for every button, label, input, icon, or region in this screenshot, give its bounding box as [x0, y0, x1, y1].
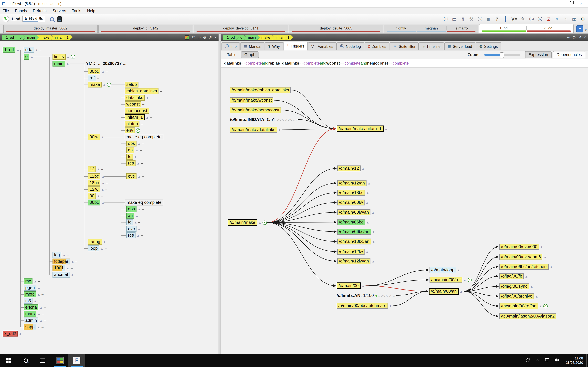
graph-node[interactable]: /o/main/06bc▲	[337, 219, 369, 225]
gear-icon[interactable]: ⚙	[572, 35, 576, 40]
graph-node[interactable]: /o/main/06bc/an▲	[337, 229, 375, 235]
expand-triangle-icon[interactable]: ▲	[71, 260, 74, 263]
menu-panels[interactable]: Panels	[15, 8, 27, 13]
job-icon[interactable]: ⚒	[469, 17, 474, 22]
show-desktop-button[interactable]	[586, 354, 588, 367]
server-tab[interactable]: nightlymeghansimarro	[384, 25, 479, 33]
expand-triangle-icon[interactable]: ▲	[389, 304, 392, 308]
tree-node[interactable]: ref--	[88, 75, 99, 81]
tree-node[interactable]: fcdepar▲--	[52, 259, 77, 264]
graph-node-box[interactable]: /tc3/main/jason2/00A/jason2	[499, 313, 556, 319]
tree-node-box[interactable]: admin	[24, 317, 39, 323]
expand-triangle-icon[interactable]: ▲	[540, 245, 543, 249]
tree-node[interactable]: plotdb--	[125, 121, 143, 127]
expand-triangle-icon[interactable]: ▲	[366, 191, 369, 194]
why-icon[interactable]: ?	[494, 17, 500, 22]
expand-triangle-icon[interactable]: ▲	[62, 253, 66, 257]
tree-node-box[interactable]: wconst	[125, 101, 141, 107]
tree-node[interactable]: mc▲--	[24, 278, 40, 284]
expand-triangle-icon[interactable]: ▲	[146, 116, 149, 119]
tree-node-box[interactable]: 18bc	[88, 180, 100, 186]
expand-triangle-icon[interactable]: ▲	[37, 292, 40, 296]
tree-node[interactable]: 12bc▲	[88, 173, 105, 179]
tree-node-box[interactable]: 00lw	[88, 134, 100, 140]
tree-node[interactable]: obs▲--	[126, 141, 144, 146]
limit-node[interactable]: /o/limits:AN:1/100●○○○○○...	[337, 293, 396, 298]
panel-splitter[interactable]	[219, 34, 221, 354]
minimize-button[interactable]: –	[556, 1, 566, 6]
tree-node[interactable]: eda▲--	[24, 47, 41, 53]
refresh-interval[interactable]: Δ=65s d=5s	[22, 16, 45, 22]
expand-triangle-icon[interactable]: ▲	[103, 240, 106, 244]
close-button[interactable]: ×	[576, 1, 586, 6]
expand-triangle-icon[interactable]: ▲	[539, 304, 542, 308]
tab-list-chevron-icon[interactable]: v	[585, 27, 587, 32]
tree-node[interactable]: res▲--	[126, 232, 143, 238]
graph-node-box[interactable]: /o/main/make/rsbias_datalinks	[230, 87, 291, 93]
expand-triangle-icon[interactable]: ▲	[525, 275, 528, 278]
tree-node[interactable]: wconst--	[125, 101, 144, 107]
tree-node[interactable]: lag▲--	[52, 252, 69, 258]
graph-node[interactable]: /o/main/loop▲	[430, 267, 460, 273]
tree-node-box[interactable]: eve	[126, 226, 137, 232]
tree-node[interactable]: rsbias_datalinks--	[125, 88, 161, 94]
expand-triangle-icon[interactable]: ▲	[97, 167, 100, 171]
tab-zombies[interactable]: ZZombies	[364, 42, 389, 50]
graph-node[interactable]: /o/lag/00/sync▲	[499, 284, 533, 289]
expand-triangle-icon[interactable]: ▲	[372, 210, 375, 214]
graph-node[interactable]: /o/main/12lw▲	[337, 249, 369, 255]
menu-refresh[interactable]: Refresh	[33, 8, 47, 13]
expand-triangle-icon[interactable]: ▲	[530, 284, 533, 288]
graph-node-box[interactable]: /mc/main/00/ref	[430, 277, 462, 283]
expand-triangle-icon[interactable]: ▲	[35, 48, 38, 52]
expand-triangle-icon[interactable]: ▲	[37, 312, 41, 316]
settings-icon[interactable]: ⚙	[580, 17, 585, 22]
graph-node-box[interactable]: /o/main/make/nemoconst	[230, 107, 281, 113]
breadcrumb-item-1_od[interactable]: 1_od	[223, 35, 239, 40]
tree-node[interactable]: inifam_1▲--	[125, 114, 152, 120]
info-icon[interactable]: ⓘ	[443, 17, 448, 22]
tree-node[interactable]: setup	[125, 82, 138, 87]
tree-node[interactable]: 00bc▲--	[88, 68, 108, 74]
graph-node[interactable]: /o/main/12/an▲	[337, 180, 371, 186]
detach-icon[interactable]: ↗	[209, 35, 212, 40]
expand-triangle-icon[interactable]: ▲	[550, 265, 553, 268]
graph-node[interactable]: /o/main/00lw/an▲	[337, 209, 375, 215]
graph-node-box[interactable]: /o/main/06bc	[337, 219, 365, 225]
graph-node-box[interactable]: /o/main/18bc	[337, 190, 365, 196]
expand-triangle-icon[interactable]: ▲	[101, 181, 105, 185]
dependencies-button[interactable]: Dependencies	[553, 51, 585, 58]
server-tab-label[interactable]: deploy_dsuite_5065	[290, 26, 382, 30]
graph-node[interactable]: /tc3/main/jason2/00A/jason2	[499, 313, 556, 319]
tree-node[interactable]: tc3▲--	[24, 298, 40, 304]
breadcrumb-item-inifam_1[interactable]: inifam_1	[272, 35, 293, 40]
breadcrumb-item-main[interactable]: main	[244, 35, 260, 40]
menu-file[interactable]: File	[3, 8, 9, 13]
manual-icon[interactable]: ▤	[452, 17, 457, 22]
breadcrumb-item-inifam_1[interactable]: inifam_1	[51, 35, 72, 40]
add-server-tab-button[interactable]: +	[576, 25, 584, 33]
graph-node[interactable]: /mc/main/00/ref/an▲✓	[499, 303, 547, 309]
server-tab[interactable]: deploy_master_5062	[3, 25, 98, 33]
expression-button[interactable]: Expression	[525, 51, 552, 58]
volume-icon[interactable]	[554, 357, 559, 364]
tree-node-box[interactable]: setup	[125, 82, 138, 87]
graph-node[interactable]: /o/main/00/eve/anm6▲	[499, 254, 547, 260]
graph-node-box[interactable]: /o/lag/00/fb	[499, 273, 524, 279]
tree-node-box[interactable]: main	[52, 61, 65, 67]
breadcrumb-item-make[interactable]: make	[37, 35, 53, 40]
expand-triangle-icon[interactable]: ▲	[135, 148, 139, 152]
graph-node[interactable]: /o/main/00/obs/fetchmars▲	[337, 303, 392, 309]
expand-triangle-icon[interactable]: ▲	[134, 220, 137, 224]
expand-triangle-icon[interactable]: ▲	[362, 167, 365, 170]
server-tab[interactable]: 1_od3_od2	[479, 24, 574, 33]
graph-node[interactable]: /o/main/make/nemoconst	[230, 107, 281, 113]
expand-triangle-icon[interactable]: ▲	[138, 142, 141, 145]
tree-node-box[interactable]: ref	[88, 75, 96, 81]
graph-node[interactable]: /o/lag/00/archive▲	[499, 293, 538, 299]
tree-node[interactable]: ericha▲--	[24, 304, 46, 310]
tab-why[interactable]: ?Why	[265, 42, 283, 50]
menu-help[interactable]: Help	[87, 8, 95, 13]
expand-triangle-icon[interactable]: ▲	[101, 135, 104, 139]
people-icon[interactable]	[526, 357, 531, 364]
